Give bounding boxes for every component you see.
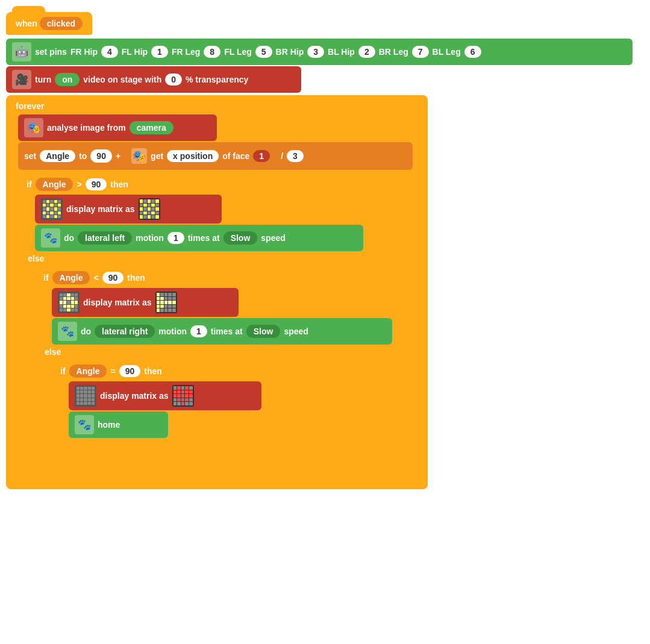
fl-hip-label: FL Hip bbox=[122, 47, 148, 57]
matrix-icon-1 bbox=[41, 198, 63, 220]
br-leg-label: BR Leg bbox=[379, 47, 408, 57]
else1-label: else bbox=[23, 252, 405, 264]
if3-then: then bbox=[144, 366, 162, 376]
if1-value: 90 bbox=[86, 178, 107, 190]
br-leg-value: 7 bbox=[412, 46, 429, 58]
clicked-label: clicked bbox=[40, 17, 83, 30]
robot-motion-icon-1: 🐾 bbox=[41, 228, 60, 248]
bl-leg-value: 6 bbox=[464, 46, 481, 58]
divisor-value: 3 bbox=[287, 150, 304, 162]
set-label: set bbox=[24, 151, 36, 161]
display1-block[interactable]: display matrix as bbox=[35, 195, 222, 224]
get-block[interactable]: 🎭 get x position of face 1 bbox=[124, 146, 277, 166]
robot-icon: 🤖 bbox=[12, 42, 31, 61]
matrix-icon-2 bbox=[58, 292, 80, 313]
set-angle-block[interactable]: set Angle to 90 + 🎭 get x position of fa… bbox=[18, 142, 413, 170]
fl-leg-value: 5 bbox=[255, 46, 272, 58]
speed-label-1: speed bbox=[261, 233, 285, 243]
turn-label: turn bbox=[35, 75, 51, 84]
br-hip-label: BR Hip bbox=[276, 47, 304, 57]
transparency-value: 0 bbox=[165, 73, 182, 86]
fr-hip-label: FR Hip bbox=[70, 47, 98, 57]
analyse-icon: 🎭 bbox=[24, 118, 43, 137]
if3-header: if Angle = 90 then bbox=[57, 362, 360, 380]
fl-leg-label: FL Leg bbox=[224, 47, 252, 57]
motion-label-1: motion bbox=[136, 233, 164, 243]
plus-sign: + bbox=[116, 151, 120, 161]
times-val-1: 1 bbox=[167, 232, 184, 244]
if1-operator: > bbox=[77, 180, 81, 189]
home-robot-icon: 🐾 bbox=[75, 415, 94, 434]
fl-hip-value: 1 bbox=[151, 46, 168, 58]
if2-block: if Angle < 90 then bbox=[35, 266, 397, 463]
bl-hip-value: 2 bbox=[358, 46, 375, 58]
display1-label: display matrix as bbox=[66, 204, 135, 214]
if2-label: if bbox=[43, 273, 49, 283]
set-pins-block[interactable]: 🤖 set pins FR Hip 4 FL Hip 1 FR Leg 8 FL… bbox=[6, 39, 633, 65]
video-text2: % transparency bbox=[186, 75, 248, 84]
if1-label: if bbox=[27, 180, 32, 189]
when-clicked-block[interactable]: when clicked bbox=[6, 12, 92, 35]
fr-leg-label: FR Leg bbox=[172, 47, 200, 57]
if3-block: if Angle = 90 then bbox=[52, 360, 365, 450]
motion2-block[interactable]: 🐾 do lateral right motion 1 times at Slo… bbox=[52, 318, 392, 345]
face-number: 1 bbox=[253, 150, 270, 162]
if3-value: 90 bbox=[119, 365, 141, 377]
if2-header: if Angle < 90 then bbox=[40, 269, 392, 287]
matrix-preview-2 bbox=[155, 292, 177, 313]
to-label: to bbox=[79, 151, 87, 161]
face-icon: 🎭 bbox=[131, 148, 147, 164]
if2-then: then bbox=[127, 273, 145, 283]
forever-block: forever 🎭 analyse image from camera set … bbox=[6, 95, 428, 489]
camera-source: camera bbox=[130, 121, 173, 134]
analyse-label: analyse image from bbox=[47, 123, 126, 133]
divide-sign: / bbox=[281, 151, 283, 161]
matrix-preview-1 bbox=[139, 198, 160, 220]
times-label-1: times at bbox=[188, 233, 220, 243]
main-container: when clicked 🤖 set pins FR Hip 4 FL Hip … bbox=[6, 6, 644, 495]
when-label: when bbox=[16, 19, 37, 28]
br-hip-value: 3 bbox=[307, 46, 324, 58]
video-block[interactable]: 🎥 turn on video on stage with 0 % transp… bbox=[6, 66, 301, 93]
display3-label: display matrix as bbox=[100, 391, 169, 401]
home-label: home bbox=[98, 420, 120, 430]
if1-variable: Angle bbox=[36, 178, 73, 191]
forever-label: forever bbox=[11, 99, 49, 113]
if1-then: then bbox=[110, 180, 128, 189]
direction-2: lateral right bbox=[95, 325, 155, 338]
angle-variable: Angle bbox=[40, 150, 75, 162]
speed-2: Slow bbox=[246, 325, 281, 338]
get-label: get bbox=[151, 151, 163, 161]
do-label-1: do bbox=[64, 233, 74, 243]
if3-label: if bbox=[60, 366, 66, 376]
times-label-2: times at bbox=[211, 327, 243, 336]
do-label-2: do bbox=[81, 327, 91, 336]
analyse-block[interactable]: 🎭 analyse image from camera bbox=[18, 114, 217, 141]
video-icon: 🎥 bbox=[12, 70, 31, 89]
fr-leg-value: 8 bbox=[204, 46, 220, 58]
motion-label-2: motion bbox=[158, 327, 187, 336]
matrix-preview-3 bbox=[172, 385, 194, 407]
if3-variable: Angle bbox=[69, 364, 107, 378]
bl-leg-label: BL Leg bbox=[433, 47, 461, 57]
fr-hip-value: 4 bbox=[101, 46, 118, 58]
if1-header: if Angle > 90 then bbox=[23, 175, 405, 193]
display3-block[interactable]: display matrix as bbox=[69, 381, 261, 410]
direction-1: lateral left bbox=[78, 231, 132, 245]
bl-hip-label: BL Hip bbox=[328, 47, 355, 57]
base-value: 90 bbox=[90, 149, 112, 163]
robot-motion-icon-2: 🐾 bbox=[58, 322, 77, 341]
if3-operator: = bbox=[110, 366, 115, 376]
set-pins-label: set pins bbox=[35, 47, 67, 57]
of-face-label: of face bbox=[222, 151, 249, 161]
display2-block[interactable]: display matrix as bbox=[52, 288, 239, 317]
motion1-block[interactable]: 🐾 do lateral left motion 1 times at Slow… bbox=[35, 225, 363, 251]
home-block[interactable]: 🐾 home bbox=[69, 411, 168, 438]
x-position: x position bbox=[167, 150, 219, 162]
if2-variable: Angle bbox=[52, 271, 90, 284]
if1-block: if Angle > 90 then bbox=[18, 173, 410, 475]
times-val-2: 1 bbox=[190, 325, 207, 337]
on-label: on bbox=[55, 73, 80, 86]
if2-value: 90 bbox=[102, 272, 124, 284]
speed-label-2: speed bbox=[284, 327, 308, 336]
